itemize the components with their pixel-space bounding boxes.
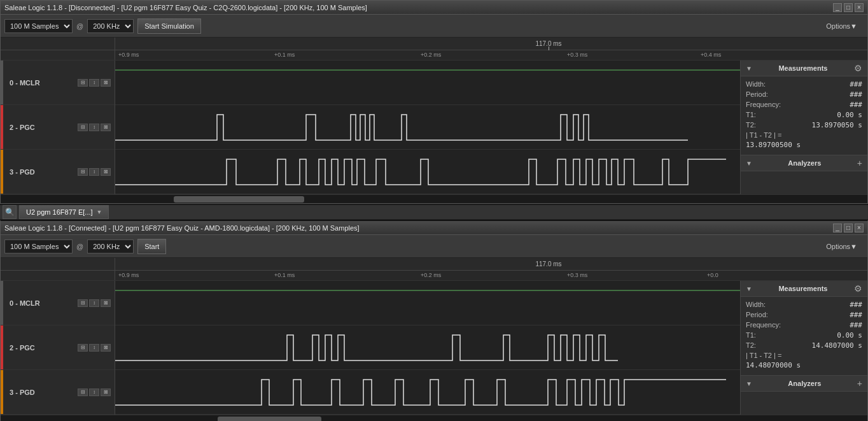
channel-indicator-mclr [1, 61, 3, 104]
channel-controls-pgc-bottom: ⊟ ↕ ⊠ [78, 344, 111, 352]
signal-labels-top: 0 - MCLR ⊟ ↕ ⊠ 2 - PGC ⊟ ↕ ⊠ [1, 61, 115, 194]
ctrl-btn-mclr-1[interactable]: ⊟ [78, 79, 88, 87]
t1-value-top: 0.00 s [837, 111, 862, 119]
meas-row-period-bottom: Period: ### [746, 311, 862, 319]
collapse-arrow-anal-bottom: ▼ [746, 380, 752, 387]
ctrl-btn-pgc-b2[interactable]: ↕ [89, 344, 99, 352]
samples-select-bottom[interactable]: 100 M Samples [4, 239, 73, 253]
meas-row-t1-bottom: T1: 0.00 s [746, 331, 862, 339]
options-button-top[interactable]: Options▼ [820, 18, 864, 34]
channel-name-mclr-top: 0 - MCLR [10, 79, 40, 87]
samples-select-top[interactable]: 100 M Samples [4, 19, 73, 33]
period-value-bottom: ### [850, 311, 862, 319]
analyzers-header-top[interactable]: ▼ Analyzers + [741, 155, 867, 171]
scrollbar-top[interactable] [1, 194, 867, 203]
t2-value-bottom: 14.4807000 s [812, 341, 862, 350]
ruler-tick-2: +0.2 ms [421, 52, 441, 58]
ctrl-btn-mclr-b2[interactable]: ↕ [89, 299, 99, 307]
ctrl-btn-pgd-1[interactable]: ⊟ [78, 168, 88, 176]
t2-label-bottom: T2: [746, 341, 756, 350]
meas-row-diff-val-bottom: 14.48070000 s [746, 361, 862, 369]
freq-value-bottom: ### [850, 321, 862, 329]
analyzers-add-top[interactable]: + [857, 158, 862, 168]
time-center-bottom: 117.0 ms [535, 260, 561, 268]
measurements-header-bottom[interactable]: ▼ Measurements ⚙ [741, 281, 867, 297]
time-marker-row-bottom: 117.0 ms [1, 258, 867, 271]
ctrl-btn-pgc-1[interactable]: ⊟ [78, 124, 88, 131]
freq-label-top: Frequency: [746, 101, 781, 109]
ctrl-btn-mclr-2[interactable]: ↕ [89, 79, 99, 87]
channel-indicator-pgc [1, 105, 3, 149]
measurements-title-top: Measurements [778, 64, 827, 72]
ruler-top: +0.9 ms +0.1 ms +0.2 ms +0.3 ms +0.4 ms [1, 50, 867, 61]
ctrl-btn-pgd-2[interactable]: ↕ [89, 168, 99, 176]
t1-label-bottom: T1: [746, 331, 756, 339]
maximize-button-bottom[interactable]: □ [844, 224, 853, 232]
minimize-button[interactable]: _ [833, 3, 842, 12]
waveform-pgd-bottom [115, 370, 740, 415]
close-button[interactable]: × [855, 3, 864, 12]
top-window-controls: _ □ × [833, 3, 864, 12]
analyzers-header-bottom[interactable]: ▼ Analyzers + [741, 376, 867, 392]
period-value-top: ### [850, 90, 862, 99]
waveform-mclr-bottom [115, 281, 740, 325]
meas-row-diff-val-top: 13.89700500 s [746, 141, 862, 149]
freq-select-top[interactable]: 200 KHz [87, 19, 134, 33]
channel-name-pgc-bottom: 2 - PGC [10, 344, 35, 352]
scrollbar-thumb-bottom[interactable] [218, 417, 321, 421]
ctrl-btn-pgc-b1[interactable]: ⊟ [78, 344, 88, 352]
measurements-header-top[interactable]: ▼ Measurements ⚙ [741, 61, 867, 76]
period-label-top: Period: [746, 90, 768, 99]
tab-item-0[interactable]: U2 pgm 16F877 E[...] ▼ [19, 205, 109, 219]
channel-label-pgc-bottom: 2 - PGC ⊟ ↕ ⊠ [1, 325, 115, 370]
t2-label-top: T2: [746, 121, 756, 129]
meas-row-width-top: Width: ### [746, 80, 862, 89]
channel-controls-pgc-top: ⊟ ↕ ⊠ [78, 124, 111, 131]
analyzers-title-top: Analyzers [788, 159, 821, 167]
scrollbar-bottom[interactable] [1, 415, 867, 421]
diff-value-bottom: 14.48070000 s [746, 361, 801, 369]
measurements-gear-bottom[interactable]: ⚙ [854, 283, 862, 294]
freq-select-bottom[interactable]: 200 KHz [87, 239, 134, 253]
ctrl-btn-pgd-3[interactable]: ⊠ [101, 168, 111, 176]
ruler-bottom: +0.9 ms +0.1 ms +0.2 ms +0.3 ms +0.0 [1, 271, 867, 281]
meas-row-t2-bottom: T2: 14.4807000 s [746, 341, 862, 350]
options-button-bottom[interactable]: Options▼ [820, 239, 864, 254]
start-simulation-button[interactable]: Start Simulation [137, 18, 201, 34]
minimize-button-bottom[interactable]: _ [833, 224, 842, 232]
search-icon-btn[interactable]: 🔍 [3, 205, 17, 219]
analyzers-add-bottom[interactable]: + [857, 378, 862, 389]
ctrl-btn-pgd-b3[interactable]: ⊠ [101, 389, 111, 396]
ctrl-btn-pgc-3[interactable]: ⊠ [101, 124, 111, 131]
analyzers-section-bottom: ▼ Analyzers + [741, 375, 867, 392]
ctrl-btn-mclr-3[interactable]: ⊠ [101, 79, 111, 87]
top-window-title: Saleae Logic 1.1.8 - [Disconnected] - [U… [4, 4, 367, 11]
ctrl-btn-pgc-b3[interactable]: ⊠ [101, 344, 111, 352]
tab-dropdown-arrow[interactable]: ▼ [97, 209, 102, 215]
channel-name-mclr-bottom: 0 - MCLR [10, 299, 40, 307]
channel-name-pgc-top: 2 - PGC [10, 124, 35, 131]
scrollbar-thumb-top[interactable] [174, 196, 304, 203]
signal-section-bottom: 0 - MCLR ⊟ ↕ ⊠ 2 - PGC ⊟ ↕ ⊠ [1, 281, 867, 415]
start-button-bottom[interactable]: Start [137, 239, 166, 254]
ctrl-btn-pgd-b1[interactable]: ⊟ [78, 389, 88, 396]
ruler-tick-b4: +0.0 [707, 272, 718, 278]
ctrl-btn-pgd-b2[interactable]: ↕ [89, 389, 99, 396]
collapse-arrow-anal-top: ▼ [746, 160, 752, 167]
at-label-bottom: @ [76, 243, 83, 250]
tab-label-0: U2 pgm 16F877 E[...] [26, 208, 93, 216]
ruler-tick-b2: +0.2 ms [421, 272, 441, 278]
ctrl-btn-mclr-b1[interactable]: ⊟ [78, 299, 88, 307]
meas-row-diff-bottom: | T1 - T2 | = [746, 352, 862, 359]
waveform-pgc-top [115, 105, 740, 150]
meas-row-t1-top: T1: 0.00 s [746, 111, 862, 119]
ctrl-btn-mclr-b3[interactable]: ⊠ [101, 299, 111, 307]
collapse-arrow-meas-top: ▼ [746, 65, 752, 72]
analyzers-section-top: ▼ Analyzers + [741, 155, 867, 171]
close-button-bottom[interactable]: × [855, 224, 864, 232]
diff-label-top: | T1 - T2 | = [746, 131, 781, 139]
channel-indicator-pgd [1, 150, 3, 194]
measurements-gear-top[interactable]: ⚙ [854, 63, 862, 73]
ctrl-btn-pgc-2[interactable]: ↕ [89, 124, 99, 131]
maximize-button[interactable]: □ [844, 3, 853, 12]
